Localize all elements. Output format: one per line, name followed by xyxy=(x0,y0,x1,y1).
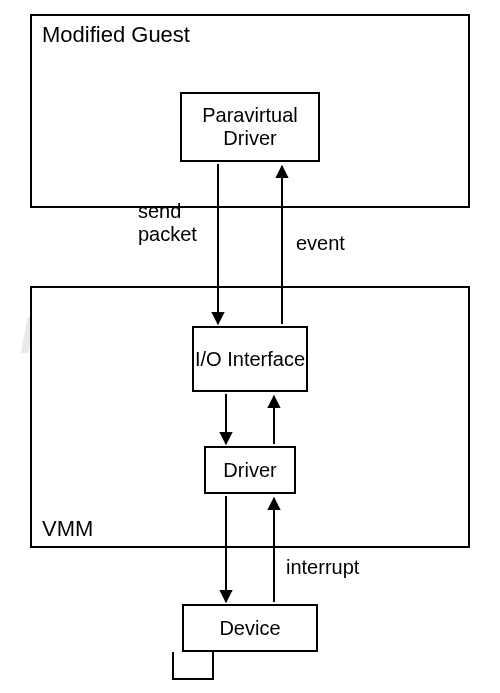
node-io-interface-label: I/O Interface xyxy=(195,348,305,371)
node-paravirtual-driver-label: Paravirtual Driver xyxy=(182,104,318,150)
node-paravirtual-driver: Paravirtual Driver xyxy=(180,92,320,162)
node-driver: Driver xyxy=(204,446,296,494)
container-modified-guest-title: Modified Guest xyxy=(42,22,190,47)
edge-label-event: event xyxy=(296,232,345,255)
diagram-canvas: IT 168 评测中心 Modified Guest Paravirtual D… xyxy=(0,0,500,693)
node-driver-label: Driver xyxy=(223,459,276,482)
container-vmm-title: VMM xyxy=(42,516,93,541)
node-device-label: Device xyxy=(219,617,280,640)
node-device: Device xyxy=(182,604,318,652)
edge-label-interrupt: interrupt xyxy=(286,556,359,579)
node-device-stub xyxy=(172,652,214,680)
node-io-interface: I/O Interface xyxy=(192,326,308,392)
edge-label-send-packet: send packet xyxy=(138,200,197,246)
